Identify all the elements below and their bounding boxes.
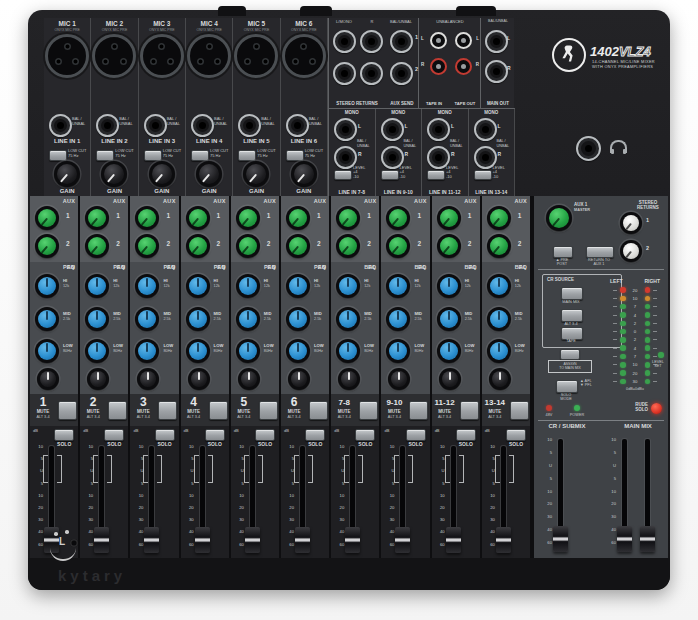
eq-mid-freq: 2.5k	[264, 317, 279, 322]
mute-button	[460, 401, 479, 420]
channel-number: 3	[130, 395, 156, 409]
eq-hi-label: HI	[264, 278, 268, 283]
pan-knob	[288, 368, 310, 390]
eq-hi-knob	[437, 274, 461, 298]
pan-header: PAN	[264, 264, 276, 270]
aux2-label: 2	[317, 240, 321, 247]
smiley-nose: L	[59, 536, 65, 547]
fader-scale: 105U51020304060	[604, 438, 617, 550]
cr-source-alt34-button	[561, 309, 583, 322]
aux-header: AUX	[264, 198, 277, 204]
fader-scale-label: 10	[38, 445, 43, 449]
aux-header: AUX	[113, 198, 126, 204]
pan-header: BAL	[414, 264, 426, 270]
channel-strip: AUX 1 2 EQ HI12k MID2.5k LOW80Hz PAN 4 M…	[181, 196, 231, 560]
solo-button	[205, 429, 225, 441]
mute-section: 11-12 MUTE ALT 3-4	[432, 394, 480, 426]
aux2-label: 2	[267, 240, 271, 247]
channel-strip: AUX 1 2 EQ HI12k MID2.5k LOW80Hz PAN 2 M…	[80, 196, 130, 560]
left-jack-icon	[474, 118, 497, 141]
meter-led-ladder: 20107420247102030	[604, 286, 666, 386]
return-to-aux1-label: RETURN TOAUX 1	[580, 258, 618, 267]
eq-mid-label: MID	[414, 311, 422, 316]
cr-source-main-mix-label: MAIN MIX	[551, 300, 591, 304]
alt-label: ALT 3-4	[80, 415, 106, 419]
mute-section: 9-10 MUTE ALT 3-4	[381, 394, 429, 426]
gain-label: GAIN	[233, 188, 279, 194]
meter-led-right	[645, 370, 651, 376]
fader-scale: 105U51020304060	[282, 445, 295, 551]
eq-low-label: LOW	[414, 343, 424, 348]
mute-label: MUTE	[331, 409, 357, 414]
fader-unity-bracket	[408, 455, 413, 483]
fader-scale-label: 5	[614, 451, 616, 455]
mono-label: MONO	[376, 110, 422, 115]
eq-mid-knob	[186, 307, 210, 331]
alt-label: ALT 3-4	[281, 415, 307, 419]
fader-scale-label: 20	[189, 506, 194, 510]
db-label: dB	[33, 428, 38, 433]
l-label: L	[451, 123, 454, 129]
eq-hi-label: HI	[515, 278, 519, 283]
channel-fader: 105U51020304060	[483, 441, 529, 557]
mute-label: MUTE	[181, 409, 207, 414]
unbalanced-header: UNBALANCED	[419, 19, 481, 24]
kytary-watermark: kytary	[58, 567, 126, 584]
stereo-line-in-section: MONO L BAL / UNBAL R LEVEL+4-10 LINE IN …	[422, 109, 469, 197]
aux2-label: 2	[518, 240, 522, 247]
fader-scale: 105U51020304060	[332, 445, 345, 551]
eq-mid-label: MID	[264, 311, 272, 316]
fader-handle	[640, 526, 655, 552]
eq-mid-label: MID	[314, 311, 322, 316]
tape-in-l-rca-icon	[430, 32, 447, 49]
eq-hi-label: HI	[214, 278, 218, 283]
mute-label: MUTE	[381, 409, 407, 414]
fader-scale-label: 30	[440, 518, 445, 522]
fader-scale-label: 10	[611, 490, 616, 494]
mono-label: MONO	[422, 110, 468, 115]
mic-label: MIC 2	[91, 20, 137, 27]
meter-row: 20	[604, 286, 666, 294]
return-to-aux1-button	[586, 246, 614, 258]
fader-scale-label: 40	[611, 528, 616, 532]
pan-knob	[37, 368, 59, 390]
eq-mid-freq: 2.5k	[113, 317, 128, 322]
lowcut-freq-label: 75 Hz	[257, 154, 275, 159]
model-subtitle: 14-CHANNEL MIC/LINE MIXERWITH ONYX PREAM…	[592, 60, 655, 69]
alt-label: ALT 3-4	[432, 415, 458, 419]
line-in-pair-label: LINE IN 9-10	[376, 189, 422, 195]
solo-button	[406, 429, 426, 441]
fader-section: dB SOLO 105U51020304060	[331, 426, 379, 560]
aux1-knob	[336, 206, 360, 230]
fader-scale-label: 40	[340, 530, 345, 534]
mute-button	[359, 401, 378, 420]
eq-section: EQ HI12k MID2.5k LOW80Hz BAL	[381, 262, 429, 394]
gain-label: GAIN	[139, 188, 185, 194]
fader-section: dB SOLO 105U51020304060	[482, 426, 530, 560]
aux-section: AUX 1 2	[281, 196, 329, 262]
bal-unbal-label: BAL / UNBAL	[497, 139, 510, 148]
fader-scale-label: 10	[611, 438, 616, 442]
db-label: dB	[83, 428, 88, 433]
aux-header: AUX	[464, 198, 477, 204]
meter-led-left	[620, 312, 626, 318]
fader-scale-label: 60	[239, 543, 244, 547]
fader-unity-bracket	[308, 455, 313, 483]
channel-strip: AUX 1 2 EQ HI12k MID2.5k LOW80Hz BAL 9-1…	[381, 196, 431, 560]
fader-unity-bracket	[107, 455, 112, 483]
bal-unbal-label: BAL / UNBAL	[119, 117, 132, 126]
eq-low-knob	[336, 339, 360, 363]
meter-row: 7	[604, 303, 666, 311]
fader-scale-label: 10	[340, 445, 345, 449]
fader-handle	[295, 527, 310, 553]
panel-screw-icon	[70, 539, 78, 547]
fader-scale: 105U51020304060	[483, 445, 496, 551]
eq-low-freq: 80Hz	[264, 349, 279, 354]
eq-hi-knob	[85, 274, 109, 298]
fader-scale-label: 30	[289, 518, 294, 522]
solo-mode-button	[556, 380, 578, 393]
level-lo-label: -10	[493, 174, 499, 179]
solo-button	[54, 429, 74, 441]
divider	[538, 420, 664, 421]
alt-label: ALT 3-4	[181, 415, 207, 419]
